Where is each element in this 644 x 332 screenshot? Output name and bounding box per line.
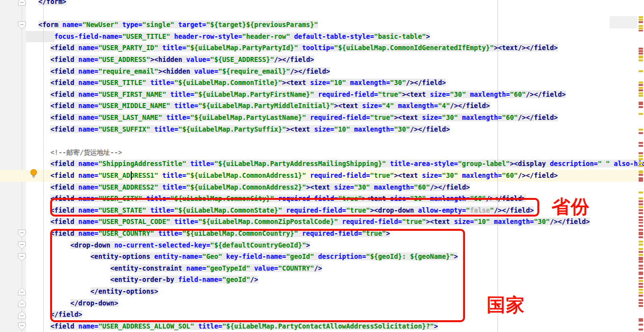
code-line[interactable]: <field name="USE_ADDRESS"><hidden value=… [38, 54, 314, 66]
stripe-marker[interactable] [639, 16, 643, 18]
indent [38, 125, 50, 133]
stripe-marker[interactable] [639, 142, 643, 144]
stripe-marker[interactable] [639, 95, 643, 97]
stripe-marker[interactable] [639, 283, 643, 285]
stripe-marker[interactable] [639, 248, 643, 250]
stripe-marker[interactable] [639, 25, 643, 27]
code-line[interactable]: <field name="require_email"><hidden valu… [38, 66, 330, 78]
stripe-marker[interactable] [639, 225, 643, 227]
stripe-marker[interactable] [639, 261, 643, 263]
code-line[interactable]: <field name="USER_POSTAL_CODE" title="${… [38, 216, 590, 228]
stripe-marker[interactable] [639, 158, 643, 160]
stripe-marker[interactable] [639, 87, 643, 89]
stripe-marker[interactable] [639, 19, 643, 21]
intention-bulb-icon[interactable] [29, 169, 38, 178]
stripe-marker[interactable] [639, 192, 643, 194]
stripe-marker[interactable] [639, 177, 643, 182]
stripe-marker[interactable] [639, 318, 643, 322]
code-line[interactable]: <form name="NewUser" type="single" targe… [38, 19, 318, 31]
code-line[interactable]: <field name="USER_ADDRESS_ALLOW_SOL" tit… [38, 321, 438, 332]
stripe-marker[interactable] [639, 277, 643, 279]
stripe-marker[interactable] [639, 145, 643, 147]
code-line[interactable]: <field name="USER_MIDDLE_NAME" title="${… [38, 100, 490, 112]
stripe-marker[interactable] [639, 286, 643, 288]
stripe-marker[interactable] [639, 206, 643, 208]
stripe-marker[interactable] [639, 30, 643, 31]
stripe-marker[interactable] [639, 102, 643, 105]
stripe-marker[interactable] [639, 232, 643, 235]
stripe-marker[interactable] [639, 254, 643, 256]
stripe-marker[interactable] [639, 28, 643, 29]
stripe-marker[interactable] [639, 222, 643, 223]
code-line[interactable]: focus-field-name="USER_TITLE" header-row… [38, 31, 430, 43]
stripe-marker[interactable] [639, 280, 643, 282]
code-line[interactable]: </form> [38, 0, 66, 8]
indent [38, 160, 50, 167]
stripe-marker[interactable] [639, 292, 643, 294]
stripe-marker[interactable] [639, 70, 643, 72]
indent [38, 79, 50, 86]
code-text: <field name="USER_PARTY_ID" title="${uiL… [50, 44, 557, 52]
stripe-marker[interactable] [639, 82, 643, 83]
stripe-marker[interactable] [639, 305, 643, 307]
stripe-marker[interactable] [639, 113, 643, 115]
stripe-marker[interactable] [639, 251, 643, 253]
stripe-marker[interactable] [639, 302, 643, 304]
stripe-marker[interactable] [639, 155, 643, 157]
code-line[interactable]: <field name="USER_FIRST_NAME" title="${u… [38, 89, 566, 101]
stripe-marker[interactable] [639, 48, 643, 50]
stripe-marker[interactable] [639, 244, 643, 246]
stripe-marker[interactable] [639, 329, 643, 331]
stripe-marker[interactable] [639, 299, 643, 301]
code-line[interactable]: <field name="USER_ADDRESS1" title="${uiL… [38, 170, 558, 182]
indent [38, 55, 50, 63]
stripe-marker[interactable] [639, 289, 643, 291]
code-line[interactable]: <field name="USER_PARTY_ID" title="${uiL… [38, 42, 558, 54]
stripe-marker[interactable] [639, 129, 643, 131]
code-text: <field name="USER_POSTAL_CODE" title="${… [50, 218, 589, 225]
stripe-marker[interactable] [639, 170, 643, 173]
stripe-marker[interactable] [639, 165, 643, 167]
code-line[interactable]: <!--邮寄/货运地址--> [38, 147, 122, 159]
stripe-marker[interactable] [639, 55, 643, 58]
indent [38, 218, 50, 225]
code-line[interactable]: <field name="USER_TITLE" title="${uiLabe… [38, 77, 446, 89]
stripe-marker[interactable] [639, 265, 643, 267]
stripe-marker[interactable] [639, 236, 643, 238]
code-text: <field name="ShippingAddressTitle" title… [50, 160, 644, 167]
code-line[interactable]: <field name="USER_SUFFIX" title="${uiLab… [38, 124, 450, 136]
stripe-marker[interactable] [639, 212, 643, 214]
stripe-marker[interactable] [639, 241, 643, 243]
stripe-marker[interactable] [639, 203, 643, 205]
stripe-marker[interactable] [639, 295, 643, 297]
stripe-marker[interactable] [639, 50, 643, 52]
stripe-marker[interactable] [639, 216, 643, 218]
stripe-marker[interactable] [639, 162, 643, 164]
code-line[interactable]: <field name="ShippingAddressTitle" title… [38, 158, 644, 170]
code-line[interactable]: <field name="USER_LAST_NAME" title="${ui… [38, 112, 558, 124]
stripe-marker[interactable] [639, 106, 643, 108]
stripe-marker[interactable] [639, 92, 643, 94]
stripe-marker[interactable] [639, 200, 643, 202]
stripe-marker[interactable] [639, 53, 643, 55]
code-line[interactable]: <field name="USER_ADDRESS2" title="${uiL… [38, 182, 470, 194]
code-text: <field name="require_email"><hidden valu… [50, 67, 330, 75]
stripe-marker[interactable] [639, 152, 643, 154]
stripe-marker[interactable] [639, 89, 643, 91]
stripe-marker[interactable] [639, 209, 643, 211]
stripe-marker[interactable] [639, 324, 643, 326]
indent [38, 67, 50, 75]
stripe-marker[interactable] [639, 84, 643, 86]
code-text: <field name="USER_SUFFIX" title="${uiLab… [50, 125, 450, 133]
stripe-marker[interactable] [639, 272, 643, 275]
stripe-marker[interactable] [639, 229, 643, 231]
stripe-marker[interactable] [639, 59, 643, 61]
stripe-marker[interactable] [639, 174, 643, 176]
stripe-marker[interactable] [639, 197, 643, 199]
stripe-marker[interactable] [639, 132, 643, 134]
stripe-marker[interactable] [639, 268, 643, 270]
stripe-marker[interactable] [639, 21, 643, 23]
error-stripe[interactable] [638, 0, 644, 332]
stripe-marker[interactable] [639, 257, 643, 260]
stripe-marker[interactable] [639, 219, 643, 221]
